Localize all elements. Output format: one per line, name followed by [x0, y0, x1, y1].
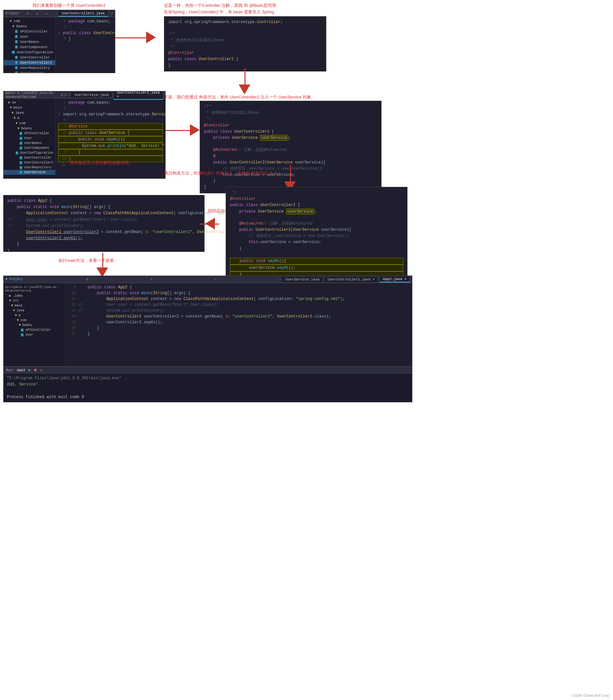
tree-usercontroller2[interactable]: CUserController2 — [3, 60, 55, 65]
p3-tree-idea[interactable]: ▶.idea — [3, 293, 65, 298]
cb1-line5: */ — [168, 44, 322, 50]
tree-com[interactable]: ▼com — [3, 18, 55, 24]
p2-tree-userconfiguration[interactable]: CUserConfiguration — [3, 151, 55, 155]
p2-tree-main[interactable]: ▼main — [3, 105, 55, 110]
cb1-line7: public class UserController2 { — [168, 56, 322, 62]
run-rerun-icon[interactable]: ↻ — [40, 368, 42, 372]
run-stop-icon[interactable]: ⏹ — [34, 368, 37, 372]
cb1-line8: } — [168, 62, 322, 68]
run-bar: Run: App2 ▶ ⏹ ↻ — [3, 367, 412, 373]
annotation-title1: 我们来重新创建一个类 UserController2 — [32, 3, 105, 9]
run-output-line: 你好, Service! — [7, 382, 409, 388]
p2-tree-beans[interactable]: ▼beans — [3, 126, 55, 131]
panel1-body: ▼com ▼beans CAPIController CUser CUserBe… — [3, 17, 115, 73]
panel2-sidebar: ▶ea ▼main ▼java ▼a ▼com ▼beans CAPIContr… — [3, 99, 55, 178]
tree-userservice[interactable]: CUserService — [3, 71, 55, 73]
panel3-tab-app2[interactable]: App2.java × — [380, 277, 410, 282]
p3-tree-apicontroller[interactable]: CAPIController — [3, 328, 65, 332]
panel1-expand-icon[interactable]: ⇔ — [45, 11, 48, 16]
p2-tree-user[interactable]: CUser — [3, 136, 55, 141]
panel1-tab-usercontroller2[interactable]: UserController2.java — [58, 11, 108, 16]
panel3-tab-usercontroller2[interactable]: UserController2.java × — [324, 277, 378, 282]
cb1-line2 — [168, 25, 322, 31]
panel3-minus-icon[interactable]: — — [278, 278, 281, 281]
panel1-layout-icon[interactable]: ≡ — [36, 12, 38, 16]
p3-tree-user[interactable]: CUser — [3, 332, 65, 337]
arrow-line-1 — [115, 37, 148, 38]
ide-panel-3: ▼ Project ⚙ ≡ ⇔ — UserService.java UserC… — [3, 276, 412, 367]
annotation-title7: 原先验证五大类注解所创建的类。 — [70, 160, 133, 166]
code-block-3: */ @Controller public class UserControll… — [226, 187, 407, 287]
panel1-titlebar: Project ⚙ ≡ ⇔ — UserController2.java × — [3, 10, 115, 17]
panel1-close-icon[interactable]: × — [111, 12, 113, 16]
annotation-title8: 执行main方法，来看一下效果。 — [58, 258, 118, 264]
panel1-settings-icon[interactable]: ⚙ — [27, 11, 29, 16]
annotation-title2b: 告诉Spring，UserController2 中，有 bean 需要存入 S… — [164, 9, 274, 15]
annotation-title4: 通过构造方法，对属性进行 对象注入，这就是 构造方法 注入！ — [164, 170, 282, 176]
cb1-line6: @Controller — [168, 50, 322, 56]
tree-userbeans[interactable]: CUserBeans — [3, 39, 55, 44]
panel3-editor: 9 public class App2 { 10 public static v… — [65, 283, 412, 366]
run-app-label: App2 — [16, 368, 25, 372]
ide-panel-1: Project ⚙ ≡ ⇔ — UserController2.java × ▼… — [3, 10, 115, 73]
p2-tree-userrepository[interactable]: CUserRepository — [3, 165, 55, 170]
run-blank-line — [7, 388, 409, 394]
run-cmd-line: "C:\Program Files\Java\jdk1.8.0_301\bin\… — [7, 376, 409, 382]
run-panel: Run: App2 ▶ ⏹ ↻ "C:\Program Files\Java\j… — [3, 367, 412, 402]
panel1-project-label: Project — [5, 12, 19, 15]
p2-tree-ea[interactable]: ▶ea — [3, 100, 55, 105]
tree-apicontroller[interactable]: CAPIController — [3, 29, 55, 34]
panel1-sidebar: ▼com ▼beans CAPIController CUser CUserBe… — [3, 17, 55, 73]
panel2-layout-icon[interactable]: ≡ — [64, 93, 67, 97]
panel3-body: SpringNote G:/java语言/java-ee-advanced/Sp… — [3, 283, 412, 366]
run-exit-line: Process finished with exit code 0 — [7, 394, 409, 400]
arrow-line-2 — [166, 130, 192, 131]
run-play-icon[interactable]: ▶ — [29, 368, 31, 372]
arrow-line-v1 — [245, 68, 246, 86]
p2-tree-userbeans[interactable]: CUserBeans — [3, 141, 55, 145]
tree-usercomponent[interactable]: CUserComponent — [3, 44, 55, 50]
watermark: CSDN ©Dark And Gray — [572, 693, 609, 697]
p2-tree-a[interactable]: ▼a — [3, 115, 55, 120]
arrow-right-2 — [190, 124, 200, 136]
p3-tree-a[interactable]: ▼a — [3, 313, 65, 318]
p3-tree-beans[interactable]: ▼beans — [3, 323, 65, 328]
p3-tree-com[interactable]: ▼com — [3, 318, 65, 323]
p2-tree-apicontroller[interactable]: CAPIController — [3, 131, 55, 136]
tree-userconfiguration[interactable]: CUserConfiguration — [3, 50, 55, 55]
annotation-title3: 下面，我们想通过 构造方法，来向 UserController2 注入一个 Us… — [164, 94, 315, 100]
panel3-tab-userservice[interactable]: UserService.java — [282, 277, 323, 282]
p2-tree-usercomponent[interactable]: CUserComponent — [3, 145, 55, 151]
panel2-editor: 1package com.beans; 2 3import org.spring… — [55, 99, 165, 178]
tree-user[interactable]: CUser — [3, 34, 55, 39]
run-output: "C:\Program Files\Java\jdk1.8.0_301\bin\… — [3, 373, 412, 402]
panel3-expand-icon[interactable]: ⇔ — [214, 277, 217, 281]
p3-tree-src[interactable]: ▼src — [3, 298, 65, 303]
cb1-line1: import org.springframework.stereotype.Co… — [168, 19, 322, 25]
panel2-tab-userservice[interactable]: UserService.java — [71, 92, 112, 98]
p3-tree-main[interactable]: ▼main — [3, 303, 65, 308]
panel1-minus-icon[interactable]: — — [55, 12, 57, 16]
panel3-settings-icon[interactable]: ⚙ — [86, 277, 89, 281]
tree-userrepository[interactable]: CUserRepository — [3, 65, 55, 71]
panel1-editor: 1package com.beans; 2 3public class User… — [55, 17, 115, 73]
panel3-titlebar: ▼ Project ⚙ ≡ ⇔ — UserService.java UserC… — [3, 276, 412, 283]
p2-tree-com[interactable]: ▼com — [3, 120, 55, 126]
arrow-down-1 — [239, 85, 250, 94]
run-label: Run: — [6, 368, 15, 372]
tree-usercontroller[interactable]: CUserController — [3, 55, 55, 60]
panel2-titlebar: gNote G:\java语言\java-ee-advanced\SpringF… — [3, 91, 165, 99]
panel3-layout-icon[interactable]: ≡ — [150, 278, 153, 281]
panel2-minus-icon[interactable]: — — [68, 93, 70, 97]
p2-tree-java[interactable]: ▼java — [3, 110, 55, 115]
cb1-line4: * 使用构造方法实现注入bean — [168, 37, 322, 43]
p2-tree-userservice[interactable]: CUserService — [3, 170, 55, 175]
arrow-right-1 — [146, 31, 156, 43]
panel3-sidebar: SpringNote G:/java语言/java-ee-advanced/Sp… — [3, 283, 65, 366]
p3-tree-java[interactable]: ▼java — [3, 308, 65, 313]
tree-beans[interactable]: ▼beans — [3, 24, 55, 29]
arrow-left-1 — [205, 218, 215, 229]
panel2-settings-icon[interactable]: ⚙ — [61, 93, 63, 97]
p2-tree-usercontroller[interactable]: CUserController — [3, 155, 55, 160]
p2-tree-usercontroller2[interactable]: CUserController2 — [3, 160, 55, 165]
